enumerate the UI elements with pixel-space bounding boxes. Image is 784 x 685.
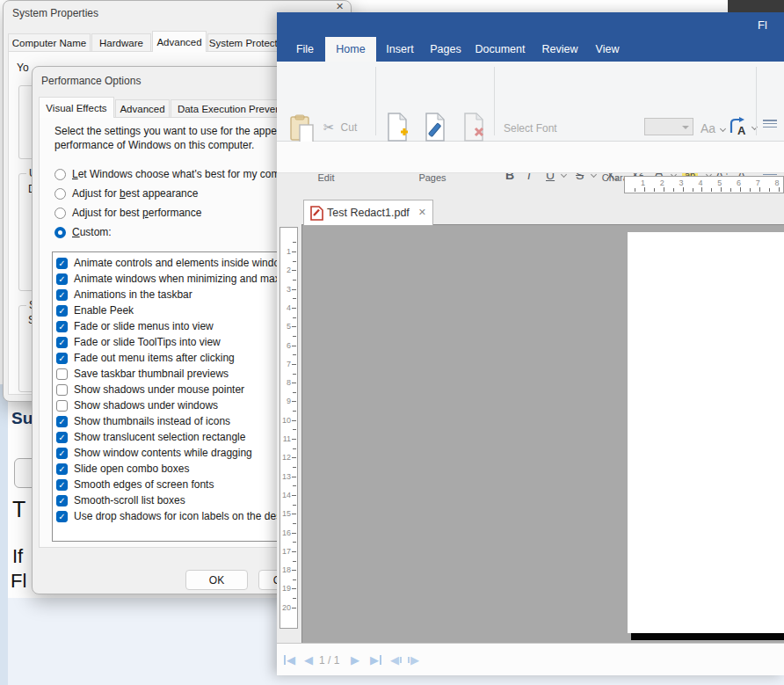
rotate-text-button[interactable]: A — [729, 117, 751, 136]
left-blue-strip — [0, 384, 8, 685]
visual-effects-list-item[interactable]: ✓Smooth-scroll list boxes — [56, 492, 185, 508]
visual-effects-list-item[interactable]: Show shadows under windows — [56, 397, 218, 413]
visual-effects-list-item[interactable]: ✓Animations in the taskbar — [56, 287, 192, 302]
previous-view-button[interactable]: ◀ — [390, 652, 402, 667]
checkbox[interactable]: ✓ — [56, 258, 68, 269]
checkbox-label: Fade out menu items after clicking — [74, 352, 235, 364]
previous-page-button[interactable]: ◀ — [304, 652, 313, 667]
delete-page-icon — [463, 113, 486, 142]
font-size-combo[interactable] — [644, 118, 693, 135]
visual-effects-list-item[interactable]: ✓Slide open combo boxes — [56, 461, 189, 477]
system-properties-tab-computer-name[interactable]: Computer Name — [8, 33, 91, 52]
page-indicator: 1 / 1 — [319, 654, 339, 667]
system-properties-tab-hardware[interactable]: Hardware — [91, 33, 151, 52]
ruler-tick — [740, 187, 741, 192]
visual-effects-list-item[interactable]: ✓Animate windows when minimizing and max — [56, 271, 280, 287]
ribbon-tab-file[interactable]: File — [289, 37, 321, 62]
visual-effects-description-line1: Select the settings you want to use for … — [54, 125, 287, 137]
document-tab-close-icon[interactable]: ✕ — [418, 207, 426, 218]
last-page-button[interactable]: ▶ — [370, 652, 381, 667]
pdf-ribbon: Paste ✂ Cut Copy Edit — [277, 62, 784, 142]
ruler-number: 10 — [281, 416, 291, 425]
next-page-button[interactable]: ▶ — [351, 652, 359, 667]
document-tab[interactable]: Test Redact1.pdf ✕ — [303, 200, 433, 225]
checkbox[interactable]: ✓ — [56, 321, 68, 332]
change-case-dropdown-icon[interactable] — [720, 126, 726, 132]
system-properties-close-icon[interactable]: ✕ — [336, 1, 344, 12]
ribbon-tab-insert[interactable]: Insert — [382, 37, 417, 62]
ribbon-tab-document[interactable]: Document — [474, 37, 526, 62]
checkbox[interactable]: ✓ — [56, 305, 68, 317]
cut-button[interactable]: ✂ Cut — [323, 120, 357, 135]
ribbon-tab-pages[interactable]: Pages — [428, 37, 463, 62]
ruler-tick — [292, 457, 296, 458]
checkbox[interactable] — [56, 368, 68, 380]
ribbon-tab-view[interactable]: View — [592, 37, 623, 62]
edit-page-icon — [425, 113, 447, 142]
visual-effects-list-item[interactable]: ✓Fade or slide menus into view — [56, 318, 214, 334]
ruler-tick — [701, 187, 702, 192]
next-view-button[interactable]: ▶ — [408, 652, 419, 667]
ruler-number: 7 — [281, 360, 291, 368]
checkbox[interactable]: ✓ — [56, 463, 68, 475]
page-navigation-bar: ◀ ◀ 1 / 1 ▶ ▶ ◀ ▶ — [277, 643, 784, 675]
radio-option[interactable]: Custom: — [54, 225, 112, 239]
visual-effects-list-item[interactable]: ✓Fade out menu items after clicking — [56, 350, 235, 366]
checkbox[interactable]: ✓ — [56, 289, 68, 301]
checkbox[interactable]: ✓ — [56, 448, 68, 459]
document-canvas[interactable] — [301, 224, 784, 644]
cut-label: Cut — [341, 121, 358, 134]
ruler-tick — [664, 187, 664, 192]
ok-button[interactable]: OK — [185, 570, 248, 590]
visual-effects-list-item[interactable]: ✓Use drop shadows for icon labels on the… — [56, 508, 287, 524]
ruler-number: 5 — [281, 322, 291, 331]
pdf-page[interactable] — [628, 232, 784, 633]
paragraph-settings-icon[interactable] — [763, 120, 777, 130]
ruler-tick — [292, 289, 296, 290]
visual-effects-list-item[interactable]: ✓Fade or slide ToolTips into view — [56, 334, 221, 350]
ribbon-tab-home[interactable]: Home — [325, 37, 376, 62]
system-properties-tab-advanced[interactable]: Advanced — [152, 31, 207, 52]
first-page-button[interactable]: ◀ — [284, 652, 295, 667]
visual-effects-listbox[interactable]: ✓Animate controls and elements inside wi… — [52, 251, 292, 542]
visual-effects-list-item[interactable]: Save taskbar thumbnail previews — [56, 366, 229, 382]
visual-effects-list-item[interactable]: Show shadows under mouse pointer — [56, 382, 244, 397]
radio-option[interactable]: Adjust for best performance — [54, 206, 201, 220]
visual-effects-list-item[interactable]: ✓Enable Peek — [56, 302, 134, 318]
pdf-titlebar[interactable]: Fl — [277, 12, 784, 37]
performance-options-tab-advanced[interactable]: Advanced — [115, 99, 170, 118]
ruler-tick — [293, 242, 296, 243]
checkbox[interactable]: ✓ — [56, 416, 68, 427]
ruler-tick — [292, 270, 296, 271]
ruler-tick — [292, 588, 296, 589]
visual-effects-list-item[interactable]: ✓Animate controls and elements inside wi… — [56, 255, 279, 271]
checkbox[interactable]: ✓ — [56, 273, 68, 285]
checkbox[interactable]: ✓ — [56, 432, 68, 443]
pdf-window-title-fragment: Fl — [758, 18, 767, 32]
checkbox[interactable] — [56, 400, 68, 412]
checkbox[interactable] — [56, 384, 68, 396]
ruler-tick — [644, 187, 645, 192]
checkbox[interactable]: ✓ — [56, 479, 68, 491]
visual-effects-list-item[interactable]: ✓Show translucent selection rectangle — [56, 429, 245, 445]
change-case-icon[interactable]: Aa — [701, 121, 715, 135]
ribbon-tab-review[interactable]: Review — [541, 37, 579, 62]
ruler-tick — [635, 188, 635, 192]
checkbox-label: Use drop shadows for icon labels on the … — [74, 510, 287, 522]
checkbox-label: Show thumbnails instead of icons — [74, 415, 230, 427]
checkbox[interactable]: ✓ — [56, 337, 68, 348]
radio-option[interactable]: Let Windows choose what's best for my co… — [54, 167, 286, 181]
visual-effects-list-item[interactable]: ✓Show thumbnails instead of icons — [56, 413, 230, 429]
performance-options-tab-visual-effects[interactable]: Visual Effects — [39, 97, 114, 118]
visual-effects-list-item[interactable]: ✓Smooth edges of screen fonts — [56, 477, 214, 492]
ruler-number: 13 — [281, 472, 291, 481]
ruler-tick — [293, 485, 296, 486]
radio-option[interactable]: Adjust for best appearance — [54, 186, 198, 200]
checkbox[interactable]: ✓ — [56, 353, 68, 364]
ruler-tick — [292, 570, 296, 571]
ruler-tick — [654, 188, 655, 192]
checkbox[interactable]: ✓ — [56, 511, 68, 522]
checkbox[interactable]: ✓ — [56, 495, 68, 506]
visual-effects-list-item[interactable]: ✓Show window contents while dragging — [56, 445, 252, 461]
pdf-editor-window: Fl FileHomeInsertPagesDocumentReviewView… — [277, 12, 784, 675]
